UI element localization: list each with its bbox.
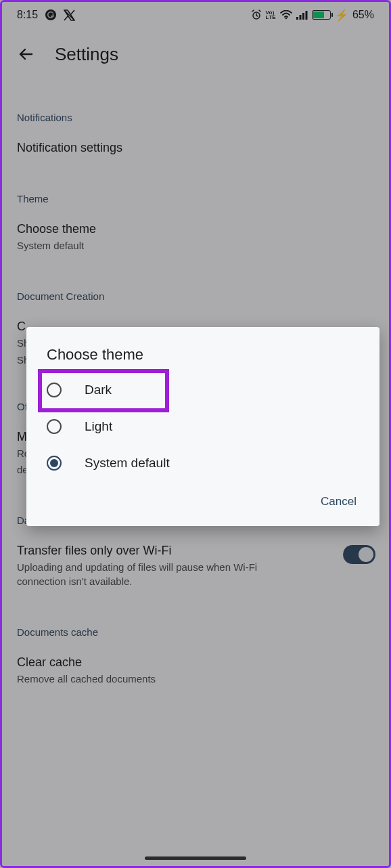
row-transfer-wifi[interactable]: Transfer files only over Wi-Fi Uploading… <box>17 540 374 595</box>
svg-rect-6 <box>305 11 307 20</box>
charging-icon: ⚡ <box>335 9 348 22</box>
svg-rect-4 <box>299 15 301 20</box>
section-documents-cache: Documents cache <box>17 626 374 638</box>
x-app-icon <box>64 9 75 21</box>
radio-icon <box>47 419 62 434</box>
battery-icon <box>312 10 331 20</box>
option-label: System default <box>85 456 170 471</box>
page-title: Settings <box>55 44 118 65</box>
status-bar: 8:15 Vo)LTE ⚡ 65% <box>2 2 389 28</box>
volte-icon: Vo)LTE <box>266 10 276 20</box>
dialog-title: Choose theme <box>26 346 380 372</box>
back-arrow-icon[interactable] <box>17 45 36 64</box>
row-clear-cache[interactable]: Clear cache Remove all cached documents <box>17 651 374 693</box>
option-system-default[interactable]: System default <box>26 445 380 481</box>
svg-rect-5 <box>302 13 304 20</box>
option-label: Dark <box>85 383 112 397</box>
radio-icon-selected <box>47 456 62 471</box>
option-label: Light <box>85 419 112 434</box>
signal-icon <box>296 10 308 20</box>
row-notification-settings[interactable]: Notification settings <box>17 137 374 162</box>
radio-icon <box>47 383 62 397</box>
wifi-icon <box>280 10 292 20</box>
option-light[interactable]: Light <box>26 408 380 445</box>
battery-percent: 65% <box>352 9 374 21</box>
section-notifications: Notifications <box>17 112 374 123</box>
option-dark[interactable]: Dark <box>26 372 380 408</box>
app-bar: Settings <box>2 28 389 81</box>
section-document-creation: Document Creation <box>17 290 374 302</box>
svg-point-0 <box>45 9 56 20</box>
row-choose-theme[interactable]: Choose theme System default <box>17 218 374 259</box>
cancel-button[interactable]: Cancel <box>313 488 365 515</box>
wifi-only-switch[interactable] <box>343 545 375 564</box>
grammarly-icon <box>45 9 57 21</box>
choose-theme-dialog: Choose theme Dark Light System default C… <box>26 327 380 526</box>
status-time: 8:15 <box>17 9 38 21</box>
svg-rect-3 <box>296 17 298 20</box>
alarm-icon <box>251 9 262 20</box>
svg-point-2 <box>285 18 288 20</box>
home-indicator[interactable] <box>145 856 246 860</box>
section-theme: Theme <box>17 193 374 204</box>
